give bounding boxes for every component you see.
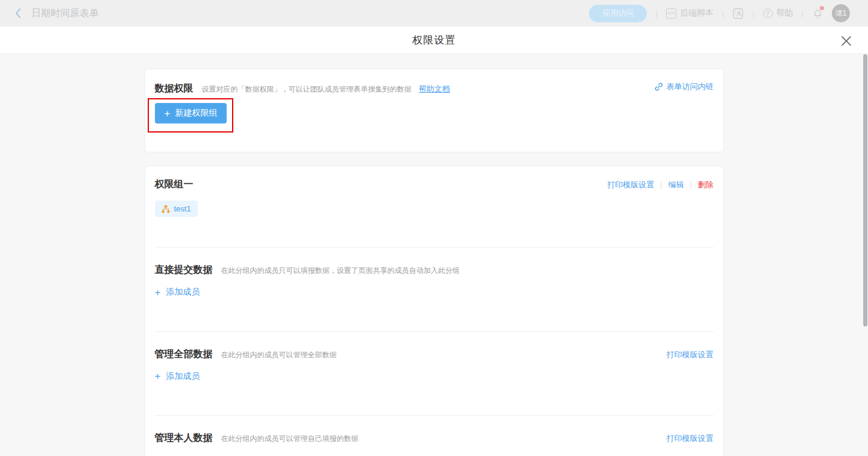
plus-icon: + (155, 371, 161, 381)
modal-header: 权限设置 (0, 27, 868, 54)
topbar-divider: | (655, 9, 657, 18)
plus-icon: + (155, 287, 161, 298)
print-template-link[interactable]: 打印模版设置 (667, 433, 714, 444)
help-label: 帮助 (776, 8, 793, 19)
notification-button[interactable] (812, 7, 823, 19)
permission-groups-card: 权限组一 打印模版设置 | 编辑 | 删除 test1 (145, 166, 724, 456)
section-manage-own: 管理本人数据 在此分组内的成员可以管理自己填报的数据 打印模版设置 (155, 416, 714, 445)
close-icon (840, 35, 852, 47)
app-access-button[interactable]: 应用访问 (589, 5, 647, 22)
print-template-link[interactable]: 打印模版设置 (607, 180, 654, 190)
member-tag-label: test1 (174, 204, 191, 213)
org-tree-icon (162, 205, 170, 213)
link-icon (654, 82, 664, 92)
add-member-label: 添加成员 (166, 371, 200, 382)
question-icon: ? (763, 8, 773, 18)
edit-link[interactable]: 编辑 (668, 180, 684, 190)
link-divider: | (690, 181, 691, 189)
data-permission-card: 数据权限 设置对应的「数据权限」，可以让团队成员管理表单搜集到的数据 帮助文档 … (145, 69, 724, 152)
member-tag[interactable]: test1 (155, 201, 198, 217)
form-access-link[interactable]: 表单访问内链 (654, 81, 714, 92)
add-member-label: 添加成员 (166, 287, 200, 298)
topbar-divider: | (752, 9, 754, 18)
new-permission-group-button[interactable]: + 新建权限组 (155, 103, 227, 123)
form-title: 日期时间原表单 (31, 7, 99, 20)
section-direct-submit: 直接提交数据 在此分组内的成员只可以填报数据，设置了页面共享的成员自动加入此分组… (155, 248, 714, 298)
group-title: 权限组一 (155, 178, 193, 191)
delete-link[interactable]: 删除 (698, 180, 714, 190)
print-template-link[interactable]: 打印模版设置 (667, 349, 714, 360)
help-button[interactable]: ? 帮助 (763, 8, 793, 19)
section-title: 直接提交数据 (155, 264, 213, 276)
section-description: 在此分组内的成员可以管理自己填报的数据 (221, 434, 359, 444)
modal-body: 数据权限 设置对应的「数据权限」，可以让团队成员管理表单搜集到的数据 帮助文档 … (0, 54, 868, 456)
notification-dot (820, 6, 824, 10)
link-divider: | (660, 181, 662, 189)
section-manage-all: 管理全部数据 在此分组内的成员可以管理全部数据 打印模版设置 + 添加成员 (155, 332, 714, 383)
topbar-divider: | (722, 9, 724, 18)
close-button[interactable] (839, 34, 854, 48)
form-access-label: 表单访问内链 (667, 81, 714, 92)
new-permission-group-label: 新建权限组 (175, 108, 217, 119)
help-doc-link[interactable]: 帮助文档 (419, 84, 450, 95)
avatar[interactable]: 谭1 (832, 4, 850, 22)
plus-icon: + (165, 108, 171, 119)
data-permission-description: 设置对应的「数据权限」，可以让团队成员管理表单搜集到的数据 (202, 84, 412, 95)
section-description: 在此分组内的成员只可以填报数据，设置了页面共享的成员自动加入此分组 (221, 266, 460, 276)
back-icon[interactable] (14, 8, 22, 19)
members-icon (732, 8, 744, 19)
add-member-button[interactable]: + 添加成员 (155, 287, 200, 298)
code-icon: </> (666, 8, 676, 19)
add-member-button[interactable]: + 添加成员 (155, 371, 200, 382)
top-app-bar: 日期时间原表单 应用访问 | </> 后端脚本 | | ? 帮助 | (0, 0, 868, 27)
modal-scrollbar-thumb[interactable] (863, 54, 867, 326)
members-button[interactable] (732, 8, 744, 19)
section-title: 管理全部数据 (155, 348, 213, 361)
backend-script-button[interactable]: </> 后端脚本 (666, 8, 714, 19)
modal-title: 权限设置 (412, 33, 456, 47)
section-description: 在此分组内的成员可以管理全部数据 (221, 350, 337, 360)
section-title: 管理本人数据 (155, 432, 213, 445)
backend-script-label: 后端脚本 (680, 8, 714, 19)
topbar-divider: | (802, 9, 804, 18)
data-permission-title: 数据权限 (155, 83, 193, 95)
